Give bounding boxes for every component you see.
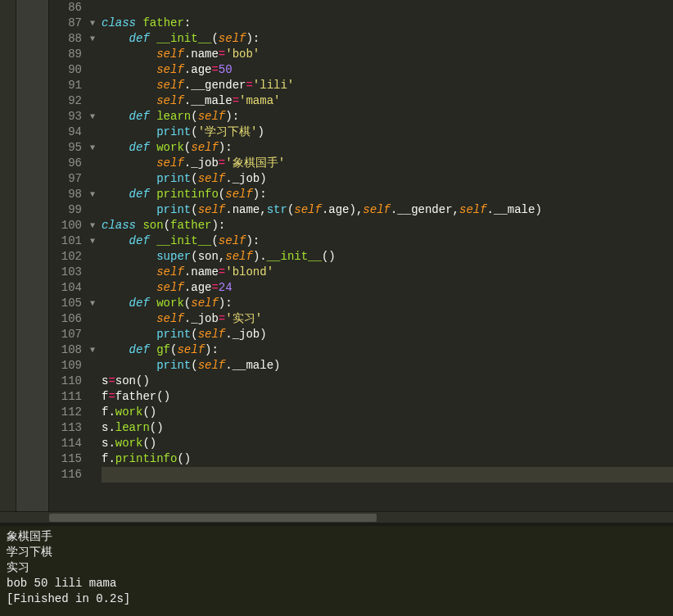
line-number[interactable]: 115 <box>49 451 82 467</box>
line-number[interactable]: 87 <box>49 16 82 31</box>
code-token: work <box>156 297 184 310</box>
code-line[interactable]: super(son,self).__init__() <box>102 249 673 265</box>
minimap-strip[interactable] <box>16 0 49 511</box>
fold-marker[interactable]: ▼ <box>90 31 102 47</box>
line-number[interactable]: 89 <box>49 47 82 62</box>
line-number[interactable]: 98 <box>49 187 82 202</box>
fold-marker[interactable]: ▼ <box>90 187 102 202</box>
line-number[interactable]: 86 <box>49 0 82 16</box>
line-number[interactable]: 108 <box>49 342 82 358</box>
line-number[interactable]: 97 <box>49 171 82 187</box>
fold-marker[interactable]: ▼ <box>90 140 102 156</box>
code-line[interactable]: def learn(self): <box>102 109 673 125</box>
line-number[interactable]: 101 <box>49 233 82 249</box>
code-line[interactable]: self.__male='mama' <box>102 93 673 109</box>
code-token: . <box>108 437 115 450</box>
line-number-gutter[interactable]: 8687888990919293949596979899100101102103… <box>49 0 90 511</box>
code-token: ): <box>219 141 233 154</box>
code-line[interactable]: self.age=24 <box>102 280 673 296</box>
line-number[interactable]: 111 <box>49 389 82 405</box>
code-line[interactable]: def __init__(self): <box>102 233 673 249</box>
code-line[interactable]: def __init__(self): <box>102 31 673 47</box>
fold-gutter[interactable]: ▼▼▼▼▼▼▼▼▼ <box>90 0 102 511</box>
code-token: () <box>142 405 156 419</box>
code-token <box>102 328 156 341</box>
line-number[interactable]: 107 <box>49 327 82 342</box>
line-number[interactable]: 91 <box>49 78 82 93</box>
code-line[interactable]: f.work() <box>102 405 673 420</box>
line-number[interactable]: 105 <box>49 296 82 311</box>
line-number[interactable]: 103 <box>49 265 82 280</box>
code-token: ( <box>191 125 197 138</box>
code-area[interactable]: 8687888990919293949596979899100101102103… <box>49 0 673 511</box>
horizontal-scrollbar-thumb[interactable] <box>49 514 377 522</box>
fold-marker[interactable]: ▼ <box>90 342 102 358</box>
fold-marker[interactable]: ▼ <box>90 296 102 311</box>
code-token: self <box>294 203 322 216</box>
code-line[interactable]: self.age=50 <box>102 62 673 78</box>
line-number[interactable]: 94 <box>49 125 82 140</box>
code-line[interactable]: f.printinfo() <box>102 451 673 467</box>
line-number[interactable]: 106 <box>49 311 82 327</box>
code-line[interactable]: def printinfo(self): <box>102 187 673 202</box>
code-line[interactable]: self._job='象棋国手' <box>102 156 673 171</box>
horizontal-scrollbar[interactable] <box>0 511 673 523</box>
line-number[interactable]: 113 <box>49 420 82 436</box>
line-number[interactable]: 92 <box>49 93 82 109</box>
line-number[interactable]: 96 <box>49 156 82 171</box>
code-line[interactable]: s.work() <box>102 436 673 451</box>
line-number[interactable]: 102 <box>49 249 82 265</box>
fold-marker[interactable]: ▼ <box>90 16 102 31</box>
line-number[interactable]: 112 <box>49 405 82 420</box>
code-line[interactable] <box>102 0 673 16</box>
line-number[interactable]: 90 <box>49 62 82 78</box>
code-line[interactable]: s.learn() <box>102 420 673 436</box>
code-token <box>102 250 156 263</box>
code-line[interactable] <box>102 467 673 482</box>
line-number[interactable]: 109 <box>49 358 82 374</box>
code-line[interactable]: self.name='bob' <box>102 47 673 62</box>
fold-marker <box>90 202 102 218</box>
output-line: [Finished in 0.2s] <box>7 591 666 607</box>
fold-marker[interactable]: ▼ <box>90 218 102 233</box>
code-token: work <box>115 405 143 419</box>
code-token: . <box>184 63 191 76</box>
fold-marker[interactable]: ▼ <box>90 233 102 249</box>
line-number[interactable]: 110 <box>49 374 82 389</box>
line-number[interactable]: 88 <box>49 31 82 47</box>
code-line[interactable]: self.__gender='lili' <box>102 78 673 93</box>
code-token: def <box>129 234 157 247</box>
code-token: ( <box>191 172 197 185</box>
code-line[interactable]: self._job='实习' <box>102 311 673 327</box>
code-token: 'bob' <box>225 48 260 61</box>
code-token <box>102 48 156 61</box>
code-line[interactable]: print(self.name,str(self.age),self.__gen… <box>102 202 673 218</box>
code-line[interactable]: print(self._job) <box>102 327 673 342</box>
code-line[interactable]: print(self._job) <box>102 171 673 187</box>
line-number[interactable]: 93 <box>49 109 82 125</box>
code-content[interactable]: class father: def __init__(self): self.n… <box>102 0 673 511</box>
code-token: father <box>142 16 183 29</box>
output-panel[interactable]: 象棋国手学习下棋实习bob 50 lili mama[Finished in 0… <box>0 526 673 616</box>
code-line[interactable]: s=son() <box>102 374 673 389</box>
code-line[interactable]: f=father() <box>102 389 673 405</box>
code-line[interactable]: def work(self): <box>102 140 673 156</box>
code-token: _job <box>233 328 260 341</box>
line-number[interactable]: 104 <box>49 280 82 296</box>
fold-marker <box>90 265 102 280</box>
line-number[interactable]: 99 <box>49 202 82 218</box>
line-number[interactable]: 95 <box>49 140 82 156</box>
code-token: son <box>142 219 163 232</box>
code-line[interactable]: def work(self): <box>102 296 673 311</box>
code-line[interactable]: def gf(self): <box>102 342 673 358</box>
line-number[interactable]: 116 <box>49 467 82 482</box>
code-token: __init__ <box>267 250 322 263</box>
code-line[interactable]: self.name='blond' <box>102 265 673 280</box>
code-line[interactable]: class son(father): <box>102 218 673 233</box>
code-line[interactable]: print(self.__male) <box>102 358 673 374</box>
code-line[interactable]: class father: <box>102 16 673 31</box>
fold-marker[interactable]: ▼ <box>90 109 102 125</box>
line-number[interactable]: 100 <box>49 218 82 233</box>
line-number[interactable]: 114 <box>49 436 82 451</box>
code-line[interactable]: print('学习下棋') <box>102 125 673 140</box>
